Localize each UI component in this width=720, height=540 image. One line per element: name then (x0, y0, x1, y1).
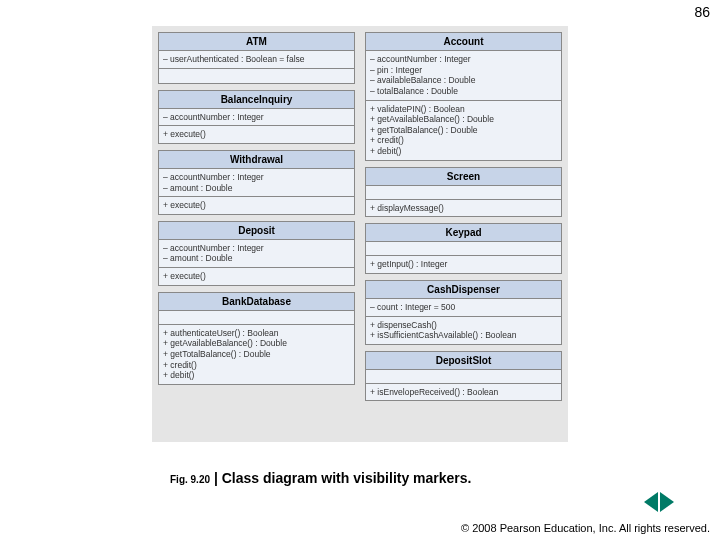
attribute-line: – amount : Double (163, 183, 350, 194)
attribute-line: – availableBalance : Double (370, 75, 557, 86)
class-box: DepositSlot+ isEnvelopeReceived() : Bool… (365, 351, 562, 402)
class-operations: + isEnvelopeReceived() : Boolean (366, 384, 561, 401)
uml-class-diagram: ATM– userAuthenticated : Boolean = false… (152, 26, 568, 442)
class-name: CashDispenser (366, 281, 561, 299)
figure-separator: | (210, 470, 222, 486)
class-box: Withdrawal– accountNumber : Integer– amo… (158, 150, 355, 215)
operation-line: + execute() (163, 200, 350, 211)
class-operations: + dispenseCash()+ isSufficientCashAvaila… (366, 317, 561, 344)
operation-line: + authenticateUser() : Boolean (163, 328, 350, 339)
class-attributes: – accountNumber : Integer– amount : Doub… (159, 169, 354, 197)
operation-line: + getAvailableBalance() : Double (370, 114, 557, 125)
class-operations: + execute() (159, 197, 354, 214)
operation-line: + credit() (163, 360, 350, 371)
operation-line: + isSufficientCashAvailable() : Boolean (370, 330, 557, 341)
class-name: Account (366, 33, 561, 51)
class-box: Keypad+ getInput() : Integer (365, 223, 562, 274)
class-name: Withdrawal (159, 151, 354, 169)
class-operations: + getInput() : Integer (366, 256, 561, 273)
operation-line: + isEnvelopeReceived() : Boolean (370, 387, 557, 398)
attribute-line: – accountNumber : Integer (163, 112, 350, 123)
class-operations (159, 69, 354, 83)
class-operations: + displayMessage() (366, 200, 561, 217)
class-attributes (159, 311, 354, 325)
class-name: Screen (366, 168, 561, 186)
class-operations: + execute() (159, 126, 354, 143)
operation-line: + getTotalBalance() : Double (370, 125, 557, 136)
operation-line: + execute() (163, 129, 350, 140)
page-number: 86 (694, 4, 710, 20)
operation-line: + getTotalBalance() : Double (163, 349, 350, 360)
attribute-line: – accountNumber : Integer (370, 54, 557, 65)
figure-caption: Fig. 9.20 | Class diagram with visibilit… (170, 470, 472, 486)
copyright-footer: © 2008 Pearson Education, Inc. All right… (461, 522, 710, 534)
operation-line: + getAvailableBalance() : Double (163, 338, 350, 349)
diagram-column-left: ATM– userAuthenticated : Boolean = false… (158, 32, 355, 436)
class-box: Screen+ displayMessage() (365, 167, 562, 218)
operation-line: + validatePIN() : Boolean (370, 104, 557, 115)
operation-line: + credit() (370, 135, 557, 146)
arrow-left-icon[interactable] (644, 492, 658, 512)
class-attributes (366, 370, 561, 384)
class-attributes: – accountNumber : Integer (159, 109, 354, 127)
diagram-column-right: Account– accountNumber : Integer– pin : … (365, 32, 562, 436)
class-attributes: – accountNumber : Integer– pin : Integer… (366, 51, 561, 101)
figure-number: Fig. 9.20 (170, 474, 210, 485)
operation-line: + debit() (163, 370, 350, 381)
operation-line: + dispenseCash() (370, 320, 557, 331)
operation-line: + debit() (370, 146, 557, 157)
class-operations: + authenticateUser() : Boolean+ getAvail… (159, 325, 354, 384)
figure-title: Class diagram with visibility markers. (222, 470, 472, 486)
attribute-line: – pin : Integer (370, 65, 557, 76)
attribute-line: – totalBalance : Double (370, 86, 557, 97)
class-attributes (366, 242, 561, 256)
class-operations: + validatePIN() : Boolean+ getAvailableB… (366, 101, 561, 160)
class-attributes: – userAuthenticated : Boolean = false (159, 51, 354, 69)
nav-arrows (644, 492, 674, 512)
attribute-line: – userAuthenticated : Boolean = false (163, 54, 350, 65)
attribute-line: – count : Integer = 500 (370, 302, 557, 313)
operation-line: + displayMessage() (370, 203, 557, 214)
class-box: Deposit– accountNumber : Integer– amount… (158, 221, 355, 286)
class-attributes (366, 186, 561, 200)
attribute-line: – accountNumber : Integer (163, 243, 350, 254)
class-name: BalanceInquiry (159, 91, 354, 109)
attribute-line: – amount : Double (163, 253, 350, 264)
class-operations: + execute() (159, 268, 354, 285)
operation-line: + getInput() : Integer (370, 259, 557, 270)
class-name: Keypad (366, 224, 561, 242)
class-name: BankDatabase (159, 293, 354, 311)
class-box: ATM– userAuthenticated : Boolean = false (158, 32, 355, 84)
attribute-line: – accountNumber : Integer (163, 172, 350, 183)
class-attributes: – count : Integer = 500 (366, 299, 561, 317)
class-box: BankDatabase+ authenticateUser() : Boole… (158, 292, 355, 385)
class-name: Deposit (159, 222, 354, 240)
class-name: DepositSlot (366, 352, 561, 370)
class-name: ATM (159, 33, 354, 51)
class-box: BalanceInquiry– accountNumber : Integer+… (158, 90, 355, 144)
class-attributes: – accountNumber : Integer– amount : Doub… (159, 240, 354, 268)
class-box: Account– accountNumber : Integer– pin : … (365, 32, 562, 161)
operation-line: + execute() (163, 271, 350, 282)
arrow-right-icon[interactable] (660, 492, 674, 512)
class-box: CashDispenser– count : Integer = 500+ di… (365, 280, 562, 345)
